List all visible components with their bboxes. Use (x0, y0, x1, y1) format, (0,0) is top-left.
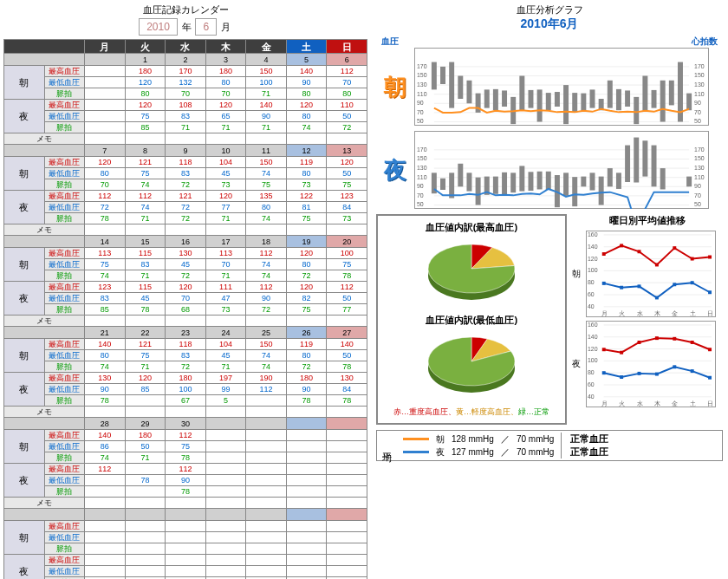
value-cell[interactable]: 83 (166, 111, 206, 122)
value-cell[interactable]: 75 (166, 441, 206, 452)
value-cell[interactable]: 100 (246, 77, 287, 88)
value-cell[interactable]: 71 (205, 361, 246, 373)
value-cell[interactable] (205, 566, 246, 577)
value-cell[interactable]: 80 (286, 88, 327, 100)
value-cell[interactable] (286, 475, 327, 486)
value-cell[interactable]: 123 (85, 282, 126, 293)
value-cell[interactable] (205, 521, 246, 532)
value-cell[interactable]: 75 (125, 350, 166, 361)
value-cell[interactable]: 72 (166, 179, 206, 191)
value-cell[interactable] (327, 543, 367, 555)
value-cell[interactable]: 72 (246, 304, 287, 316)
memo-cell[interactable] (125, 498, 166, 509)
memo-cell[interactable] (286, 498, 327, 509)
value-cell[interactable]: 180 (125, 430, 166, 441)
value-cell[interactable]: 115 (125, 282, 166, 293)
value-cell[interactable]: 73 (286, 179, 327, 191)
value-cell[interactable] (205, 486, 246, 498)
value-cell[interactable]: 74 (246, 168, 287, 179)
memo-cell[interactable] (166, 407, 206, 418)
value-cell[interactable] (85, 555, 126, 566)
memo-cell[interactable] (327, 407, 367, 418)
value-cell[interactable]: 78 (166, 452, 206, 464)
value-cell[interactable]: 85 (85, 304, 126, 316)
value-cell[interactable]: 112 (327, 66, 367, 77)
value-cell[interactable]: 86 (85, 441, 126, 452)
memo-cell[interactable] (246, 224, 287, 236)
memo-cell[interactable] (85, 133, 126, 145)
value-cell[interactable] (327, 464, 367, 475)
value-cell[interactable]: 74 (125, 202, 166, 213)
value-cell[interactable]: 78 (125, 304, 166, 316)
value-cell[interactable]: 71 (125, 270, 166, 282)
value-cell[interactable]: 71 (205, 213, 246, 224)
value-cell[interactable] (166, 543, 206, 555)
value-cell[interactable]: 50 (327, 350, 367, 361)
value-cell[interactable] (205, 555, 246, 566)
memo-cell[interactable] (286, 316, 327, 327)
value-cell[interactable] (125, 464, 166, 475)
value-cell[interactable]: 71 (125, 452, 166, 464)
value-cell[interactable] (327, 566, 367, 577)
value-cell[interactable]: 80 (286, 111, 327, 122)
value-cell[interactable]: 112 (327, 282, 367, 293)
value-cell[interactable]: 77 (205, 202, 246, 213)
memo-cell[interactable] (286, 407, 327, 418)
value-cell[interactable] (166, 532, 206, 543)
value-cell[interactable]: 70 (166, 88, 206, 100)
value-cell[interactable]: 75 (125, 111, 166, 122)
memo-cell[interactable] (327, 133, 367, 145)
memo-cell[interactable] (125, 224, 166, 236)
memo-cell[interactable] (205, 316, 246, 327)
value-cell[interactable]: 45 (205, 168, 246, 179)
memo-cell[interactable] (125, 407, 166, 418)
value-cell[interactable] (246, 452, 287, 464)
value-cell[interactable]: 71 (125, 361, 166, 373)
value-cell[interactable]: 180 (125, 66, 166, 77)
value-cell[interactable]: 74 (246, 213, 287, 224)
value-cell[interactable]: 112 (246, 248, 287, 259)
memo-cell[interactable] (166, 224, 206, 236)
value-cell[interactable]: 120 (286, 282, 327, 293)
value-cell[interactable]: 130 (327, 373, 367, 384)
value-cell[interactable]: 50 (327, 293, 367, 304)
value-cell[interactable]: 73 (205, 179, 246, 191)
value-cell[interactable] (286, 464, 327, 475)
value-cell[interactable]: 74 (85, 452, 126, 464)
value-cell[interactable]: 68 (166, 304, 206, 316)
value-cell[interactable]: 120 (205, 100, 246, 111)
value-cell[interactable]: 140 (286, 66, 327, 77)
value-cell[interactable]: 90 (286, 384, 327, 395)
value-cell[interactable] (327, 521, 367, 532)
value-cell[interactable]: 80 (246, 202, 287, 213)
value-cell[interactable]: 84 (327, 202, 367, 213)
value-cell[interactable]: 80 (327, 88, 367, 100)
value-cell[interactable] (286, 555, 327, 566)
value-cell[interactable] (85, 475, 126, 486)
memo-cell[interactable] (85, 407, 126, 418)
value-cell[interactable]: 72 (166, 270, 206, 282)
value-cell[interactable]: 112 (246, 384, 287, 395)
value-cell[interactable] (205, 532, 246, 543)
value-cell[interactable] (246, 430, 287, 441)
value-cell[interactable] (286, 430, 327, 441)
value-cell[interactable]: 121 (125, 157, 166, 168)
value-cell[interactable]: 90 (85, 384, 126, 395)
value-cell[interactable]: 90 (246, 111, 287, 122)
value-cell[interactable] (246, 543, 287, 555)
memo-cell[interactable] (327, 498, 367, 509)
value-cell[interactable]: 74 (246, 259, 287, 270)
value-cell[interactable]: 83 (166, 168, 206, 179)
value-cell[interactable]: 150 (246, 157, 287, 168)
value-cell[interactable]: 80 (205, 77, 246, 88)
value-cell[interactable] (327, 430, 367, 441)
value-cell[interactable]: 112 (246, 282, 287, 293)
value-cell[interactable]: 75 (327, 179, 367, 191)
value-cell[interactable] (246, 521, 287, 532)
value-cell[interactable]: 140 (85, 339, 126, 350)
value-cell[interactable]: 70 (205, 259, 246, 270)
value-cell[interactable] (327, 475, 367, 486)
value-cell[interactable]: 112 (85, 191, 126, 202)
memo-cell[interactable] (85, 316, 126, 327)
value-cell[interactable]: 112 (125, 191, 166, 202)
